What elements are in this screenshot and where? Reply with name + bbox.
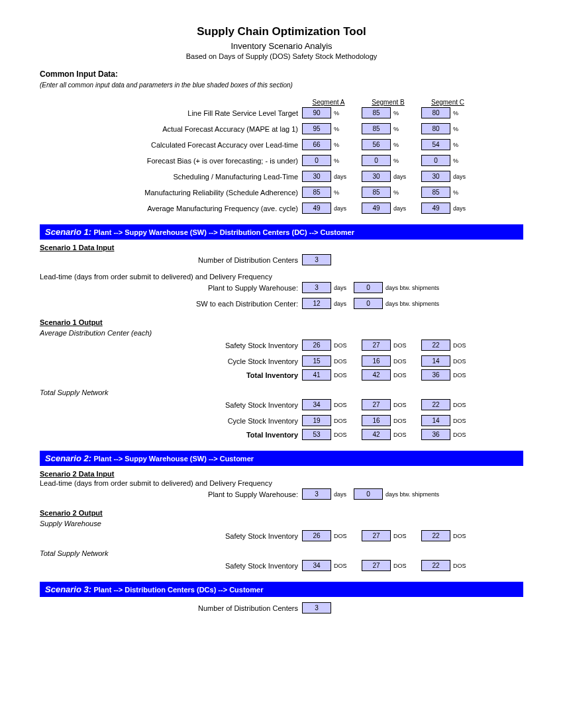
unit: %: [452, 142, 473, 148]
unit: %: [392, 142, 413, 148]
unit: %: [452, 110, 473, 116]
common-label: Average Manufacturing Frequency (ave. cy…: [40, 205, 302, 212]
scenario-1-title: Scenario 1:: [45, 227, 91, 237]
unit: %: [392, 126, 413, 132]
s2-plant-sw-days[interactable]: 3: [302, 488, 331, 500]
s1-dc-cy-label: Cycle Stock Inventory: [40, 357, 302, 365]
s3-numdc-input[interactable]: 3: [302, 602, 331, 614]
common-label: Forecast Bias (+ is over forecasting; - …: [40, 157, 302, 165]
s1-dc-cy-c: 14: [421, 355, 450, 367]
unit-days: days: [333, 285, 354, 291]
common-label: Scheduling / Manufacturing Lead-Time: [40, 173, 302, 181]
unit-dos: DOS: [333, 402, 354, 408]
s2-lt-head: Lead-time (days from order submit to del…: [40, 479, 302, 487]
common-c[interactable]: 80: [421, 123, 450, 134]
s1-net-ss-label: Safety Stock Inventory: [40, 401, 302, 409]
s1-numdc-input[interactable]: 3: [302, 254, 331, 265]
scenario-3-title: Scenario 3:: [45, 584, 91, 594]
s1-net-ss-a: 34: [302, 399, 331, 410]
s2-plant-sw-freq[interactable]: 0: [354, 488, 383, 500]
unit-dos: DOS: [333, 418, 354, 424]
s1-net-cy-a: 19: [302, 415, 331, 426]
common-c[interactable]: 0: [421, 155, 450, 166]
scenario-3-bar: Scenario 3: Plant --> Distribution Cente…: [40, 582, 523, 597]
s1-plant-sw-days[interactable]: 3: [302, 282, 331, 293]
common-b[interactable]: 56: [362, 139, 391, 150]
common-c[interactable]: 85: [421, 187, 450, 198]
unit: %: [392, 189, 413, 196]
common-a[interactable]: 66: [302, 139, 331, 150]
unit-dos: DOS: [452, 563, 473, 569]
unit-dos: DOS: [333, 342, 354, 349]
unit-days: days: [333, 300, 354, 307]
unit-dos: DOS: [392, 342, 413, 349]
page-subtitle: Inventory Scenario Analyis: [40, 41, 523, 51]
common-row: Forecast Bias (+ is over forecasting; - …: [40, 154, 523, 167]
s2-sw-ss-c: 22: [421, 530, 450, 541]
s2-net-ss-b: 27: [362, 560, 391, 571]
s1-dc-cy-b: 16: [362, 355, 391, 367]
unit-dos: DOS: [392, 432, 413, 438]
common-label: Calculated Forecast Accuracy over Lead-t…: [40, 141, 302, 149]
common-a[interactable]: 90: [302, 107, 331, 118]
unit-dos: DOS: [333, 372, 354, 379]
common-b[interactable]: 85: [362, 187, 391, 198]
s1-lt-head: Lead-time (days from order submit to del…: [40, 273, 302, 281]
page-subtitle2: Based on Days of Supply (DOS) Safety Sto…: [40, 52, 523, 60]
s3-numdc-label: Number of Distribution Centers: [40, 604, 302, 612]
common-b[interactable]: 85: [362, 123, 391, 134]
s1-input-head: Scenario 1 Data Input: [40, 244, 523, 251]
s1-dc-ss-a: 26: [302, 340, 331, 351]
s1-net-cy-b: 16: [362, 415, 391, 426]
s1-net-tot-b: 42: [362, 429, 391, 440]
unit-dos: DOS: [452, 372, 473, 379]
s2-net-head: Total Supply Network: [40, 549, 523, 557]
unit-dos: DOS: [452, 342, 473, 349]
s1-sw-dc-days[interactable]: 12: [302, 298, 331, 309]
s1-net-cy-label: Cycle Stock Inventory: [40, 417, 302, 425]
unit: days: [452, 205, 473, 212]
common-input-heading: Common Input Data:: [40, 69, 523, 79]
unit-dos: DOS: [392, 533, 413, 539]
common-b[interactable]: 30: [362, 171, 391, 182]
common-b[interactable]: 0: [362, 155, 391, 166]
col-a: Segment A: [302, 99, 355, 106]
input-instructions: (Enter all common input data and paramet…: [40, 81, 523, 89]
s1-net-head: Total Supply Network: [40, 388, 523, 396]
scenario-2-desc: Plant --> Suppy Warehouse (SW) --> Custo…: [93, 455, 254, 463]
unit: %: [333, 126, 354, 132]
common-c[interactable]: 49: [421, 203, 450, 214]
s2-sw-head: Supply Warehouse: [40, 520, 523, 527]
s2-output-head: Scenario 2 Output: [40, 509, 523, 517]
page-title: Supply Chain Optimization Tool: [40, 25, 523, 38]
common-c[interactable]: 80: [421, 107, 450, 118]
s1-numdc-label: Number of Distribution Centers: [40, 256, 302, 264]
common-c[interactable]: 30: [421, 171, 450, 182]
unit: %: [452, 189, 473, 196]
unit-dos: DOS: [392, 358, 413, 365]
common-a[interactable]: 0: [302, 155, 331, 166]
common-b[interactable]: 49: [362, 203, 391, 214]
s1-plant-sw-freq[interactable]: 0: [354, 282, 383, 293]
col-c: Segment C: [421, 99, 474, 106]
unit: days: [392, 205, 413, 212]
unit-dos: DOS: [452, 358, 473, 365]
s1-sw-dc-freq[interactable]: 0: [354, 298, 383, 309]
s2-net-ss-label: Safety Stock Inventory: [40, 562, 302, 570]
common-c[interactable]: 54: [421, 139, 450, 150]
unit: %: [333, 189, 354, 196]
s1-dc-ss-label: Safety Stock Inventory: [40, 341, 302, 349]
common-a[interactable]: 30: [302, 171, 331, 182]
common-b[interactable]: 85: [362, 107, 391, 118]
unit-dos: DOS: [333, 432, 354, 438]
s1-net-cy-c: 14: [421, 415, 450, 426]
unit-dos: DOS: [333, 563, 354, 569]
common-a[interactable]: 49: [302, 203, 331, 214]
s1-dc-tot-a: 41: [302, 369, 331, 381]
unit: %: [392, 158, 413, 164]
scenario-1-bar: Scenario 1: Plant --> Suppy Warehouse (S…: [40, 224, 523, 240]
common-a[interactable]: 85: [302, 187, 331, 198]
scenario-2-title: Scenario 2:: [45, 453, 91, 463]
common-a[interactable]: 95: [302, 123, 331, 134]
common-row: Scheduling / Manufacturing Lead-Time30da…: [40, 169, 523, 183]
